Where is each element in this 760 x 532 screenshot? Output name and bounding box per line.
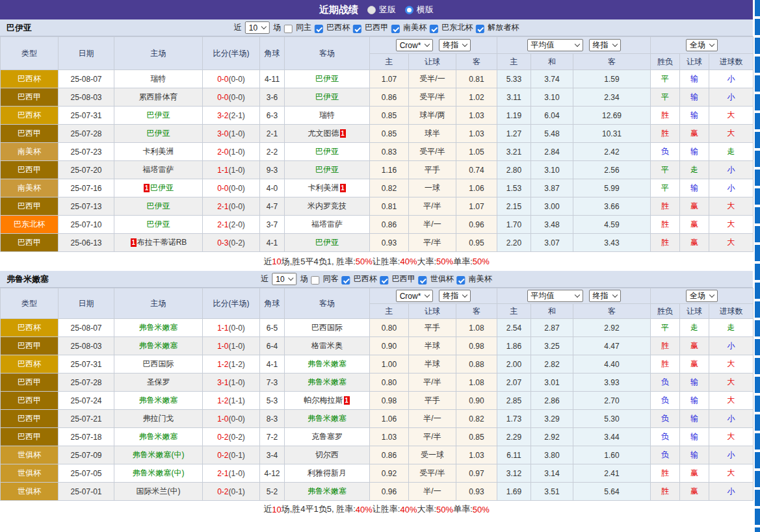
bookmaker-select[interactable]: Crow* (396, 39, 434, 51)
score-cell: 1-2(1-2) (203, 355, 260, 374)
fulltime-select[interactable]: 全场 (686, 290, 718, 302)
avg-draw-odds: 3.14 (531, 464, 573, 483)
avg-draw-odds: 3.74 (531, 70, 573, 88)
result-handicap: 输 (680, 88, 709, 107)
results-table: 类型日期主场比分(半场)角球客场Crow*终指平均值终指全场主让球客主和客胜负让… (0, 36, 753, 252)
sections-container: 巴伊亚近10场同主巴西杯巴西甲南美杯巴东北杯解放者杯类型日期主场比分(半场)角球… (0, 19, 753, 518)
chevron-down-icon (425, 292, 430, 298)
layout-vertical-radio[interactable]: 竖版 (367, 4, 396, 16)
match-row: 南美杯25-07-161巴伊亚0-0(0-0)4-0卡利美洲10.82一球1.0… (1, 179, 753, 197)
fulltime-score: 0-2 (217, 487, 228, 496)
same-venue-checkbox[interactable] (311, 276, 320, 285)
corners-cell: 3-6 (260, 88, 285, 107)
final-odds-select[interactable]: 终指 (439, 39, 471, 51)
result-goals: 小 (709, 446, 753, 464)
sub-header-0: 主 (370, 304, 409, 319)
section-header: 巴伊亚近10场同主巴西杯巴西甲南美杯巴东北杯解放者杯 (0, 19, 753, 36)
avg-away-odds: 10.31 (573, 125, 651, 143)
avg-away-odds: 2.41 (573, 464, 651, 483)
competition-badge: 巴西甲 (1, 234, 59, 252)
crow-handicap: 受平/半 (409, 88, 456, 107)
away-team-cell: 克鲁塞罗 (285, 428, 370, 446)
match-date: 25-07-09 (59, 446, 114, 464)
crow-handicap: 球半 (409, 125, 456, 143)
corners-cell: 4-7 (260, 197, 285, 216)
crow-handicap: 半球 (409, 337, 456, 355)
cup-filter-checkbox[interactable] (353, 25, 361, 33)
fulltime-select[interactable]: 全场 (686, 39, 718, 51)
match-row: 世俱杯25-07-09弗鲁米嫩塞(中)0-2(0-1)3-4切尔西0.86受一球… (1, 446, 753, 464)
same-venue-checkbox[interactable] (284, 25, 293, 33)
final-average-select[interactable]: 终指 (589, 39, 621, 51)
radio-selected-icon (367, 6, 376, 14)
fulltime-score: 3-0 (217, 129, 228, 138)
cup-filter-checkbox[interactable] (419, 276, 427, 285)
team-name-text: 切尔西 (315, 450, 339, 459)
match-date: 25-07-01 (59, 483, 114, 501)
team-name-text: 瑞特 (151, 74, 166, 83)
crow-away-odds: 1.07 (456, 197, 497, 216)
competition-badge: 巴西杯 (1, 107, 59, 125)
result-goals: 小 (709, 88, 753, 107)
summary-label: 场,胜5平4负1, 胜率: (282, 256, 356, 268)
cup-filter-checkbox[interactable] (476, 25, 484, 33)
avg-home-odds: 1.19 (497, 107, 531, 125)
cup-filter-checkbox[interactable] (391, 25, 400, 33)
avg-home-odds: 2.54 (497, 319, 531, 337)
summary-value: 50% (356, 257, 373, 266)
match-date: 25-08-03 (59, 88, 114, 107)
team-section: 巴伊亚近10场同主巴西杯巴西甲南美杯巴东北杯解放者杯类型日期主场比分(半场)角球… (0, 19, 753, 271)
crow-away-odds: 0.98 (456, 337, 497, 355)
crow-home-odds: 0.82 (370, 179, 409, 197)
halftime-score: (0-0) (229, 75, 245, 84)
scrollbar[interactable] (755, 0, 760, 532)
fulltime-select-value: 全场 (690, 290, 705, 301)
sub-header-7: 让球 (680, 54, 709, 70)
score-cell: 3-0(1-0) (203, 125, 260, 143)
avg-home-odds: 2.15 (497, 197, 531, 216)
red-card-icon: 1 (340, 129, 346, 138)
avg-away-odds: 3.93 (573, 374, 651, 392)
cup-filter-checkbox[interactable] (315, 25, 323, 33)
section-header: 弗鲁米嫩塞近10场同客巴西杯巴西甲世俱杯南美杯 (0, 271, 753, 288)
crow-home-odds: 1.07 (370, 70, 409, 88)
recent-count-select[interactable]: 10 (272, 273, 296, 285)
team-name-text: 巴西国际 (143, 359, 174, 368)
corners-cell: 6-3 (260, 107, 285, 125)
bookmaker-select[interactable]: Crow* (396, 290, 434, 302)
match-row: 巴西甲25-07-21弗拉门戈1-0(0-0)8-3弗鲁米嫩塞1.06半/一0.… (1, 410, 753, 428)
crow-home-odds: 0.81 (370, 197, 409, 216)
avg-draw-odds: 3.25 (531, 337, 573, 355)
corners-cell: 4-12 (260, 464, 285, 483)
average-select[interactable]: 平均值 (527, 290, 583, 302)
halftime-score: (1-2) (229, 360, 245, 369)
col-header-4: 角球 (260, 288, 285, 319)
col-header-4: 角球 (260, 37, 285, 70)
result-outcome: 负 (651, 374, 680, 392)
final-average-select[interactable]: 终指 (589, 290, 621, 302)
crow-home-odds: 0.93 (370, 234, 409, 252)
competition-badge: 巴西甲 (1, 337, 59, 355)
average-select[interactable]: 平均值 (527, 39, 583, 51)
crow-home-odds: 1.16 (370, 161, 409, 179)
recent-prefix-label: 近 (234, 22, 242, 33)
cup-filter-checkbox[interactable] (342, 276, 350, 285)
layout-horizontal-radio[interactable]: 横版 (405, 4, 434, 16)
red-card-icon: 1 (131, 238, 137, 247)
match-row: 巴西甲25-06-131布拉干蒂诺RB0-3(0-2)4-1巴伊亚0.93平/半… (1, 234, 753, 252)
competition-badge: 南美杯 (1, 179, 59, 197)
team-name-text: 卡利美洲 (308, 183, 339, 192)
home-team-cell: 巴伊亚 (114, 125, 203, 143)
crow-away-odds: 0.90 (456, 392, 497, 410)
recent-count-select[interactable]: 10 (245, 21, 270, 34)
avg-away-odds: 5.64 (573, 483, 651, 501)
final-odds-select[interactable]: 终指 (439, 290, 471, 302)
summary-value: 40% (356, 505, 373, 514)
match-date: 25-07-31 (59, 107, 114, 125)
cup-filter-checkbox[interactable] (457, 276, 465, 285)
cup-filter-checkbox[interactable] (430, 25, 438, 33)
fulltime-score: 1-2 (217, 360, 228, 369)
cup-filter-checkbox[interactable] (380, 276, 389, 285)
crow-home-odds: 0.80 (370, 319, 409, 337)
crow-handicap: 半/一 (409, 216, 456, 234)
